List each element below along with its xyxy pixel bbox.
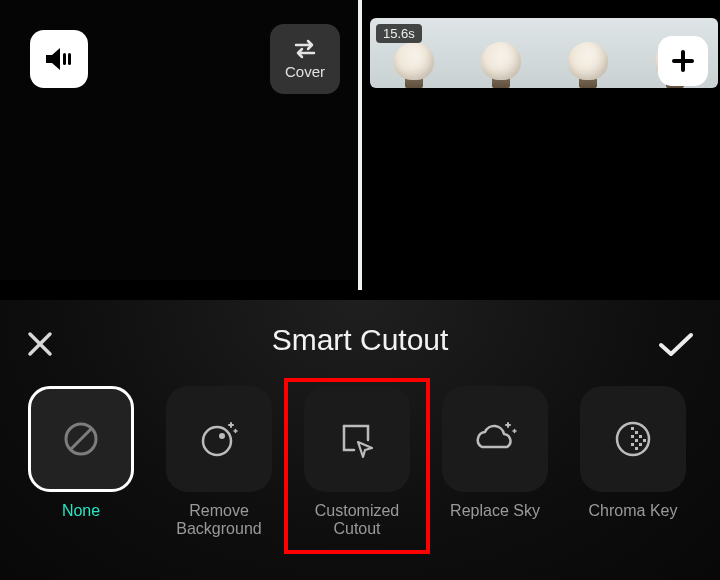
option-tile xyxy=(28,386,134,492)
speaker-icon xyxy=(44,45,74,73)
smart-cutout-sheet: Smart Cutout xyxy=(0,300,720,580)
mute-button[interactable] xyxy=(30,30,88,88)
svg-rect-14 xyxy=(635,447,638,450)
duration-badge: 15.6s xyxy=(376,24,422,43)
chroma-key-icon xyxy=(611,417,655,461)
close-button[interactable] xyxy=(20,324,60,364)
option-label: Chroma Key xyxy=(589,502,678,520)
app-root: Cover 15.6s xyxy=(0,0,720,580)
option-remove-background[interactable]: Remove Background xyxy=(166,386,272,538)
option-none[interactable]: None xyxy=(28,386,134,538)
option-replace-sky[interactable]: Replace Sky xyxy=(442,386,548,538)
option-tile xyxy=(166,386,272,492)
panel-divider xyxy=(358,0,362,290)
option-tile xyxy=(442,386,548,492)
svg-rect-17 xyxy=(643,439,646,442)
sheet-header: Smart Cutout xyxy=(0,300,720,380)
svg-rect-12 xyxy=(635,439,638,442)
option-chroma-key[interactable]: Chroma Key xyxy=(580,386,686,538)
plus-icon xyxy=(670,48,696,74)
swap-icon xyxy=(292,39,318,63)
option-tile xyxy=(304,386,410,492)
svg-point-7 xyxy=(219,433,225,439)
svg-rect-1 xyxy=(68,53,71,65)
svg-rect-0 xyxy=(63,53,66,65)
cutout-options: None Remove Background xyxy=(0,380,720,538)
customized-cutout-icon xyxy=(334,416,380,462)
clip-frame xyxy=(457,18,544,88)
add-clip-button[interactable] xyxy=(658,36,708,86)
remove-background-icon xyxy=(196,416,242,462)
confirm-button[interactable] xyxy=(652,324,700,364)
svg-rect-10 xyxy=(635,431,638,434)
option-customized-cutout[interactable]: Customized Cutout xyxy=(304,386,410,538)
svg-line-5 xyxy=(71,429,91,449)
option-label: Replace Sky xyxy=(450,502,540,520)
video-preview[interactable]: Cover xyxy=(0,0,358,280)
sheet-title: Smart Cutout xyxy=(272,323,449,357)
svg-rect-15 xyxy=(639,435,642,438)
check-icon xyxy=(657,330,695,358)
option-tile xyxy=(580,386,686,492)
clip-frame xyxy=(544,18,631,88)
cover-label: Cover xyxy=(285,63,325,80)
svg-point-6 xyxy=(203,427,231,455)
option-label: Remove Background xyxy=(176,502,261,538)
svg-rect-9 xyxy=(631,427,634,430)
replace-sky-icon xyxy=(470,419,520,459)
none-icon xyxy=(60,418,102,460)
svg-rect-11 xyxy=(631,435,634,438)
top-area: Cover 15.6s xyxy=(0,0,720,280)
option-label: None xyxy=(62,502,100,520)
cover-button[interactable]: Cover xyxy=(270,24,340,94)
option-label: Customized Cutout xyxy=(315,502,399,538)
close-icon xyxy=(26,330,54,358)
svg-rect-13 xyxy=(631,443,634,446)
timeline-panel[interactable]: 15.6s xyxy=(362,0,720,280)
svg-rect-16 xyxy=(639,443,642,446)
